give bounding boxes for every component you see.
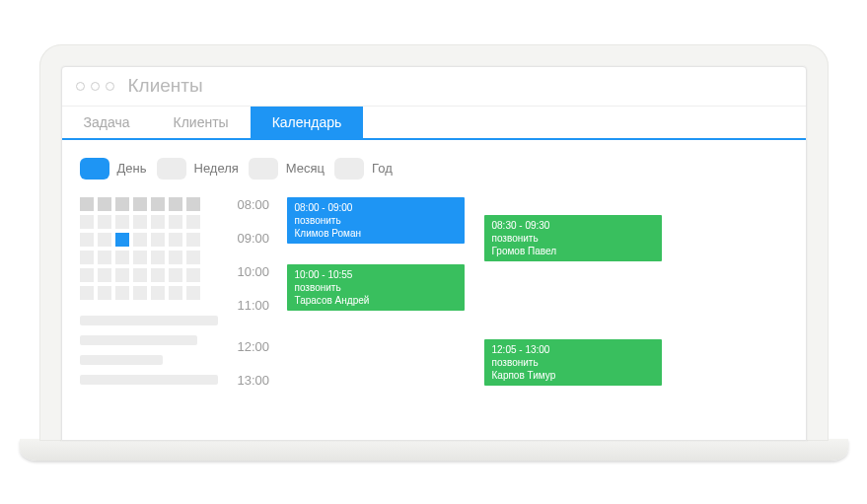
- titlebar: Клиенты: [62, 67, 806, 107]
- hour-label: 08:00: [238, 197, 287, 212]
- event-action: позвонить: [492, 356, 654, 369]
- view-month-label: Месяц: [286, 161, 325, 176]
- view-switcher: День Неделя Месяц Год: [80, 158, 788, 180]
- view-month-icon: [249, 158, 278, 180]
- tabs: Задача Клиенты Календарь: [62, 107, 806, 140]
- view-day[interactable]: День: [80, 158, 147, 180]
- event-card[interactable]: 12:05 - 13:00 позвонить Карпов Тимур: [484, 339, 662, 386]
- sidebar: [80, 197, 218, 404]
- hour-label: 13:00: [238, 373, 287, 388]
- day-timeline: 08:00 09:00 10:00 11:00 12:00 13:00 08:0…: [218, 197, 788, 404]
- event-card[interactable]: 08:00 - 09:00 позвонить Климов Роман: [287, 197, 465, 244]
- event-action: позвонить: [492, 232, 654, 245]
- event-person: Тарасов Андрей: [295, 294, 457, 307]
- event-card[interactable]: 10:00 - 10:55 позвонить Тарасов Андрей: [287, 264, 465, 311]
- event-person: Громов Павел: [492, 245, 654, 257]
- view-year[interactable]: Год: [334, 158, 393, 180]
- hour-label: 12:00: [238, 339, 287, 354]
- hour-label: 11:00: [238, 298, 287, 313]
- view-week-label: Неделя: [194, 161, 239, 176]
- view-year-label: Год: [372, 161, 393, 176]
- maximize-icon[interactable]: [106, 82, 114, 91]
- close-icon[interactable]: [76, 82, 85, 91]
- event-action: позвонить: [295, 281, 457, 294]
- event-action: позвонить: [295, 214, 457, 227]
- tab-clients[interactable]: Клиенты: [151, 107, 250, 138]
- event-person: Климов Роман: [295, 227, 457, 240]
- event-time: 12:05 - 13:00: [492, 343, 654, 356]
- view-week[interactable]: Неделя: [157, 158, 239, 180]
- sidebar-placeholder: [80, 316, 218, 385]
- hour-label: 09:00: [238, 231, 287, 246]
- event-time: 08:00 - 09:00: [295, 201, 457, 214]
- tab-calendar[interactable]: Календарь: [251, 107, 364, 138]
- mini-calendar-selected-day[interactable]: [115, 233, 129, 247]
- event-person: Карпов Тимур: [492, 369, 654, 382]
- view-year-icon: [334, 158, 364, 180]
- view-month[interactable]: Месяц: [249, 158, 325, 180]
- laptop-frame: Клиенты Задача Клиенты Календарь День Не…: [39, 44, 829, 441]
- mini-calendar[interactable]: [80, 197, 218, 300]
- window-controls: [76, 82, 114, 91]
- view-day-icon: [80, 158, 109, 180]
- laptop-base: [20, 439, 848, 461]
- view-day-label: День: [117, 161, 147, 176]
- event-time: 10:00 - 10:55: [295, 268, 457, 281]
- tab-task[interactable]: Задача: [62, 107, 152, 138]
- window-title: Клиенты: [128, 75, 203, 97]
- app-window: Клиенты Задача Клиенты Календарь День Не…: [61, 66, 807, 441]
- minimize-icon[interactable]: [91, 82, 100, 91]
- content: День Неделя Месяц Год: [62, 140, 806, 404]
- view-week-icon: [157, 158, 186, 180]
- event-time: 08:30 - 09:30: [492, 219, 654, 232]
- hour-label: 10:00: [238, 264, 287, 279]
- event-card[interactable]: 08:30 - 09:30 позвонить Громов Павел: [484, 215, 662, 261]
